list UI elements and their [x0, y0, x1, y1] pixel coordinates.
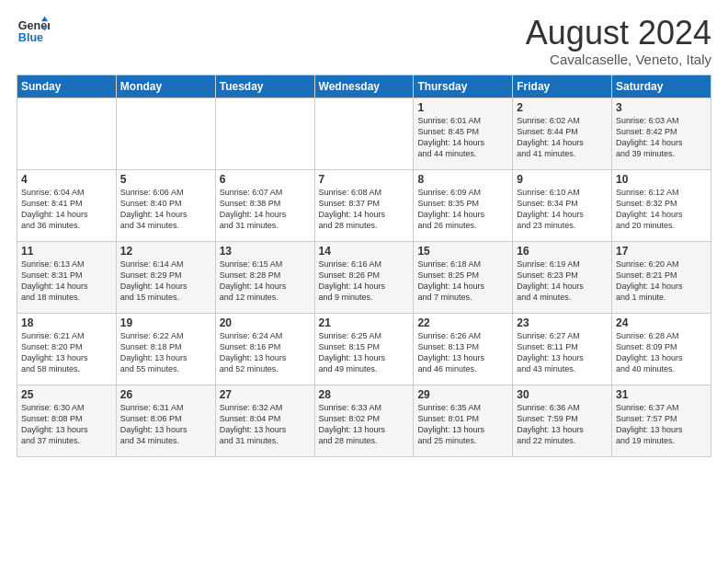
day-info: Sunrise: 6:33 AM Sunset: 8:02 PM Dayligh…	[319, 402, 410, 447]
table-row: 29Sunrise: 6:35 AM Sunset: 8:01 PM Dayli…	[414, 385, 513, 456]
header-row: Sunday Monday Tuesday Wednesday Thursday…	[17, 75, 711, 98]
day-info: Sunrise: 6:27 AM Sunset: 8:11 PM Dayligh…	[517, 330, 608, 375]
day-info: Sunrise: 6:22 AM Sunset: 8:18 PM Dayligh…	[120, 330, 211, 375]
calendar-table: Sunday Monday Tuesday Wednesday Thursday…	[17, 75, 711, 457]
day-number: 9	[517, 173, 608, 186]
day-number: 17	[616, 245, 707, 258]
day-number: 6	[220, 173, 311, 186]
day-info: Sunrise: 6:24 AM Sunset: 8:16 PM Dayligh…	[220, 330, 311, 375]
col-saturday: Saturday	[612, 75, 711, 98]
table-row: 30Sunrise: 6:36 AM Sunset: 7:59 PM Dayli…	[513, 385, 612, 456]
table-row: 16Sunrise: 6:19 AM Sunset: 8:23 PM Dayli…	[513, 241, 612, 313]
table-row	[116, 98, 215, 169]
table-row: 28Sunrise: 6:33 AM Sunset: 8:02 PM Dayli…	[314, 385, 414, 456]
day-number: 19	[120, 316, 211, 329]
day-number: 13	[220, 245, 311, 258]
day-info: Sunrise: 6:26 AM Sunset: 8:13 PM Dayligh…	[417, 330, 508, 375]
table-row: 27Sunrise: 6:32 AM Sunset: 8:04 PM Dayli…	[215, 385, 314, 456]
col-monday: Monday	[116, 75, 215, 98]
table-row: 6Sunrise: 6:07 AM Sunset: 8:38 PM Daylig…	[215, 169, 314, 241]
table-row	[215, 98, 314, 169]
day-number: 15	[417, 245, 508, 258]
location-subtitle: Cavalcaselle, Veneto, Italy	[526, 52, 711, 67]
table-row: 8Sunrise: 6:09 AM Sunset: 8:35 PM Daylig…	[414, 169, 513, 241]
table-row: 25Sunrise: 6:30 AM Sunset: 8:08 PM Dayli…	[17, 385, 117, 456]
day-info: Sunrise: 6:20 AM Sunset: 8:21 PM Dayligh…	[616, 259, 707, 304]
table-row: 31Sunrise: 6:37 AM Sunset: 7:57 PM Dayli…	[612, 385, 711, 456]
day-info: Sunrise: 6:04 AM Sunset: 8:41 PM Dayligh…	[21, 187, 112, 232]
table-row: 3Sunrise: 6:03 AM Sunset: 8:42 PM Daylig…	[612, 98, 711, 169]
calendar-week-0: 1Sunrise: 6:01 AM Sunset: 8:45 PM Daylig…	[17, 98, 711, 169]
day-number: 25	[21, 388, 112, 401]
title-block: August 2024 Cavalcaselle, Veneto, Italy	[526, 15, 711, 67]
day-number: 5	[120, 173, 211, 186]
day-info: Sunrise: 6:31 AM Sunset: 8:06 PM Dayligh…	[120, 402, 211, 447]
day-info: Sunrise: 6:08 AM Sunset: 8:37 PM Dayligh…	[319, 187, 410, 232]
day-number: 14	[319, 245, 410, 258]
day-info: Sunrise: 6:01 AM Sunset: 8:45 PM Dayligh…	[417, 115, 508, 160]
day-info: Sunrise: 6:02 AM Sunset: 8:44 PM Dayligh…	[517, 115, 608, 160]
calendar-week-3: 18Sunrise: 6:21 AM Sunset: 8:20 PM Dayli…	[17, 313, 711, 385]
table-row: 14Sunrise: 6:16 AM Sunset: 8:26 PM Dayli…	[314, 241, 414, 313]
day-info: Sunrise: 6:32 AM Sunset: 8:04 PM Dayligh…	[220, 402, 311, 447]
day-info: Sunrise: 6:14 AM Sunset: 8:29 PM Dayligh…	[120, 259, 211, 304]
page: General Blue August 2024 Cavalcaselle, V…	[0, 0, 728, 563]
day-number: 20	[220, 316, 311, 329]
table-row: 4Sunrise: 6:04 AM Sunset: 8:41 PM Daylig…	[17, 169, 117, 241]
day-number: 28	[319, 388, 410, 401]
day-info: Sunrise: 6:25 AM Sunset: 8:15 PM Dayligh…	[319, 330, 410, 375]
day-number: 11	[21, 245, 112, 258]
day-number: 22	[417, 316, 508, 329]
day-number: 23	[517, 316, 608, 329]
table-row: 13Sunrise: 6:15 AM Sunset: 8:28 PM Dayli…	[215, 241, 314, 313]
svg-text:Blue: Blue	[18, 31, 43, 44]
day-number: 16	[517, 245, 608, 258]
table-row: 22Sunrise: 6:26 AM Sunset: 8:13 PM Dayli…	[414, 313, 513, 385]
day-info: Sunrise: 6:35 AM Sunset: 8:01 PM Dayligh…	[417, 402, 508, 447]
col-tuesday: Tuesday	[215, 75, 314, 98]
day-number: 12	[120, 245, 211, 258]
col-friday: Friday	[513, 75, 612, 98]
day-number: 30	[517, 388, 608, 401]
calendar-week-1: 4Sunrise: 6:04 AM Sunset: 8:41 PM Daylig…	[17, 169, 711, 241]
col-wednesday: Wednesday	[314, 75, 414, 98]
table-row: 26Sunrise: 6:31 AM Sunset: 8:06 PM Dayli…	[116, 385, 215, 456]
day-info: Sunrise: 6:21 AM Sunset: 8:20 PM Dayligh…	[21, 330, 112, 375]
table-row: 7Sunrise: 6:08 AM Sunset: 8:37 PM Daylig…	[314, 169, 414, 241]
logo: General Blue	[17, 15, 50, 48]
day-number: 7	[319, 173, 410, 186]
table-row: 10Sunrise: 6:12 AM Sunset: 8:32 PM Dayli…	[612, 169, 711, 241]
table-row: 5Sunrise: 6:06 AM Sunset: 8:40 PM Daylig…	[116, 169, 215, 241]
table-row: 24Sunrise: 6:28 AM Sunset: 8:09 PM Dayli…	[612, 313, 711, 385]
table-row: 9Sunrise: 6:10 AM Sunset: 8:34 PM Daylig…	[513, 169, 612, 241]
day-info: Sunrise: 6:12 AM Sunset: 8:32 PM Dayligh…	[616, 187, 707, 232]
table-row: 11Sunrise: 6:13 AM Sunset: 8:31 PM Dayli…	[17, 241, 117, 313]
day-number: 10	[616, 173, 707, 186]
month-title: August 2024	[526, 15, 711, 52]
day-number: 21	[319, 316, 410, 329]
day-number: 3	[616, 101, 707, 114]
table-row	[314, 98, 414, 169]
day-info: Sunrise: 6:36 AM Sunset: 7:59 PM Dayligh…	[517, 402, 608, 447]
table-row	[17, 98, 117, 169]
table-row: 1Sunrise: 6:01 AM Sunset: 8:45 PM Daylig…	[414, 98, 513, 169]
day-number: 31	[616, 388, 707, 401]
day-number: 18	[21, 316, 112, 329]
col-thursday: Thursday	[414, 75, 513, 98]
day-number: 2	[517, 101, 608, 114]
table-row: 18Sunrise: 6:21 AM Sunset: 8:20 PM Dayli…	[17, 313, 117, 385]
day-info: Sunrise: 6:09 AM Sunset: 8:35 PM Dayligh…	[417, 187, 508, 232]
day-number: 24	[616, 316, 707, 329]
day-info: Sunrise: 6:10 AM Sunset: 8:34 PM Dayligh…	[517, 187, 608, 232]
day-info: Sunrise: 6:03 AM Sunset: 8:42 PM Dayligh…	[616, 115, 707, 160]
header: General Blue August 2024 Cavalcaselle, V…	[17, 15, 711, 67]
day-info: Sunrise: 6:30 AM Sunset: 8:08 PM Dayligh…	[21, 402, 112, 447]
day-number: 29	[417, 388, 508, 401]
table-row: 20Sunrise: 6:24 AM Sunset: 8:16 PM Dayli…	[215, 313, 314, 385]
day-info: Sunrise: 6:15 AM Sunset: 8:28 PM Dayligh…	[220, 259, 311, 304]
day-number: 8	[417, 173, 508, 186]
day-info: Sunrise: 6:07 AM Sunset: 8:38 PM Dayligh…	[220, 187, 311, 232]
calendar-week-2: 11Sunrise: 6:13 AM Sunset: 8:31 PM Dayli…	[17, 241, 711, 313]
day-info: Sunrise: 6:13 AM Sunset: 8:31 PM Dayligh…	[21, 259, 112, 304]
table-row: 2Sunrise: 6:02 AM Sunset: 8:44 PM Daylig…	[513, 98, 612, 169]
